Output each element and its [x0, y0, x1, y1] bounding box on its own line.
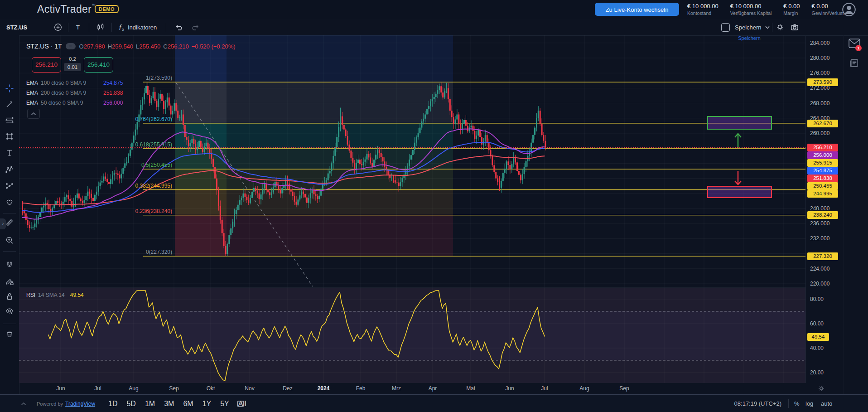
time-tick-label: Dez	[283, 385, 292, 392]
price-tick-label: 236.000	[810, 220, 829, 227]
magnet-tool[interactable]	[2, 257, 17, 273]
indicator-row[interactable]: EMA200 close 0 SMA 9251.838	[26, 89, 144, 97]
indicator-row[interactable]: EMA100 close 0 SMA 9254.875	[26, 79, 144, 87]
demo-badge: DEMO	[95, 5, 119, 13]
chevron-up-icon	[31, 112, 36, 116]
chevron-down-icon	[763, 23, 772, 32]
price-badge: 238.240	[807, 211, 838, 219]
zoom-in-tool[interactable]	[2, 233, 17, 248]
hide-drawings-icon	[5, 306, 14, 315]
indicator-name: EMA	[26, 80, 38, 86]
account-stat: € 10 000.00Verfügbares Kapital	[730, 3, 772, 16]
go-to-date-icon	[236, 399, 245, 408]
clock[interactable]: 08:17:19 (UTC+2)	[725, 395, 781, 412]
text-tool[interactable]	[2, 145, 17, 160]
save-menu-button[interactable]	[763, 19, 772, 35]
time-tick-label: Mrz	[392, 385, 401, 392]
range-3m-button[interactable]: 3M	[164, 400, 174, 408]
chart-style-button[interactable]	[96, 19, 105, 35]
range-1m-button[interactable]: 1M	[145, 400, 155, 408]
unlock-icon	[5, 292, 14, 301]
indicators-button[interactable]: ƒx Indikatoren	[119, 19, 157, 35]
sidebar-divider	[3, 251, 16, 252]
rsi-legend[interactable]: RSI 14 SMA 14 49.54	[26, 292, 84, 298]
hide-drawings-tool[interactable]	[2, 303, 17, 319]
interval-button[interactable]: T	[76, 19, 80, 35]
layout-select-checkbox[interactable]	[721, 19, 730, 35]
chart-pane[interactable]: STZ.US · 1T − O257.980 H259.540 L255.450…	[19, 35, 805, 383]
stat-label: Verfügbares Kapital	[730, 10, 772, 16]
log-scale-button[interactable]: log	[805, 395, 813, 412]
favorites-heart-tool[interactable]	[2, 194, 17, 210]
trend-line-tool[interactable]	[2, 97, 17, 112]
shapes-icon	[5, 132, 14, 141]
delete-icon	[5, 330, 14, 339]
demand-zone[interactable]	[708, 186, 772, 198]
go-to-date-button[interactable]	[236, 395, 245, 412]
undo-button[interactable]	[174, 19, 183, 35]
fib-level-label: 0.382(244.995)	[82, 183, 172, 189]
powered-by: Powered by TradingView	[37, 395, 95, 412]
xabcd-pattern-tool[interactable]	[2, 162, 17, 177]
range-6m-button[interactable]: 6M	[183, 400, 193, 408]
zoom-in-icon	[5, 236, 14, 245]
unlock-tool[interactable]	[2, 289, 17, 304]
ohlc-values: O257.980 H259.540 L255.450 C256.210 −0.5…	[79, 43, 236, 50]
redo-button[interactable]	[191, 19, 200, 35]
time-tick-label: Mai	[466, 385, 475, 392]
toolbar-divider	[89, 23, 89, 32]
symbol-button[interactable]: STZ.US	[6, 19, 27, 35]
range-1y-button[interactable]: 1Y	[203, 400, 212, 408]
magnet-icon	[5, 261, 14, 270]
axis-settings-icon[interactable]	[817, 384, 826, 393]
bottombar-divider	[228, 399, 228, 408]
save-layout-button[interactable]: Speichern	[735, 19, 762, 35]
rsi-value-badge: 49.54	[807, 333, 829, 341]
switch-to-live-button[interactable]: Zu Live-Konto wechseln	[595, 3, 679, 16]
chart-settings-button[interactable]	[776, 19, 785, 35]
chart-toolbar: STZ.US T ƒx Indikatoren Speichern	[0, 19, 868, 36]
watchlist-drawer-handle[interactable]: ›	[0, 218, 6, 229]
crosshair-tool[interactable]	[2, 81, 17, 96]
stat-value: € 0.00	[783, 3, 800, 10]
stat-label: Margin	[783, 10, 800, 16]
shapes-tool[interactable]	[2, 129, 17, 144]
compare-add-button[interactable]	[53, 19, 63, 35]
delete-tool[interactable]	[2, 326, 17, 342]
sell-button[interactable]: 256.210	[32, 57, 61, 73]
legend-symbol-interval[interactable]: STZ.US · 1T	[26, 43, 62, 50]
time-tick-label: Jul	[541, 385, 548, 392]
supply-zone[interactable]	[708, 116, 772, 129]
price-axis[interactable]: 284.000280.000276.000272.000268.000264.0…	[805, 35, 844, 383]
stat-label: Kontostand	[687, 10, 719, 16]
legend-collapse-caret[interactable]	[27, 109, 40, 119]
indicator-row[interactable]: EMA50 close 0 SMA 9256.000	[26, 99, 144, 107]
toolbar-divider	[772, 23, 772, 32]
collapse-legend-button[interactable]: −	[66, 43, 76, 49]
bottombar-divider	[788, 399, 789, 408]
horizontal-lines-icon	[5, 116, 14, 125]
price-badge: 254.875	[807, 167, 838, 174]
buy-button[interactable]: 256.410	[84, 57, 113, 73]
trend-line-icon	[5, 100, 14, 109]
snapshot-button[interactable]	[790, 19, 799, 35]
change-value: −0.520 (−0.20%)	[192, 43, 236, 50]
percent-scale-button[interactable]: %	[794, 395, 800, 412]
auto-scale-button[interactable]: auto	[821, 395, 832, 412]
gear-icon	[776, 23, 785, 32]
drawing-lock-tool[interactable]	[2, 274, 17, 289]
indicator-name: EMA	[26, 100, 38, 106]
user-avatar[interactable]	[842, 2, 856, 17]
time-tick-label: Sep	[619, 385, 629, 392]
stat-value: € 10 000.00	[730, 3, 772, 10]
news-icon[interactable]	[849, 58, 860, 68]
range-5d-button[interactable]: 5D	[126, 400, 135, 408]
toolbar-divider	[166, 23, 166, 32]
horizontal-lines-tool[interactable]	[2, 112, 17, 128]
xabcd-pattern-icon	[5, 165, 14, 174]
forecast-tool[interactable]	[2, 178, 17, 194]
range-1d-button[interactable]: 1D	[108, 400, 117, 408]
tradingview-link[interactable]: TradingView	[65, 401, 95, 407]
time-axis[interactable]: JunJulAugSepOktNovDez2024FebMrzAprMaiJun…	[19, 383, 805, 394]
collapse-pane-button[interactable]	[21, 395, 26, 412]
